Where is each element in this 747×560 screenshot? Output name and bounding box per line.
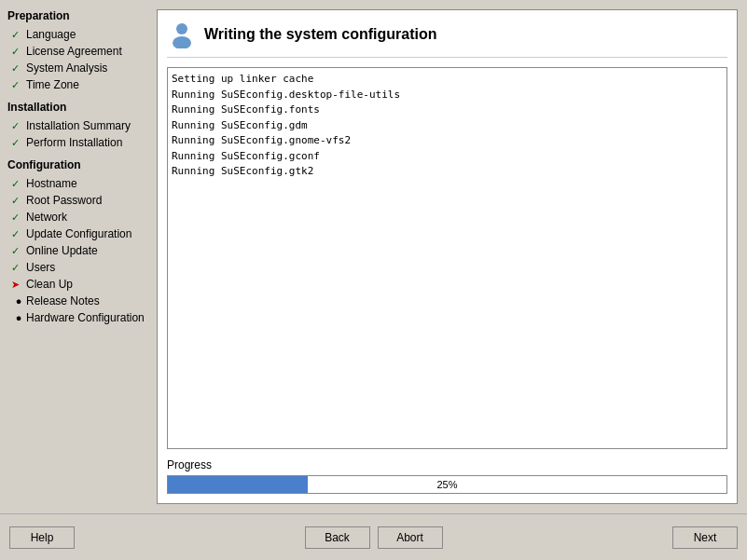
check-icon: ✓ [11,262,26,274]
progress-text: 25% [436,479,457,490]
user-icon [167,20,197,49]
sidebar-item[interactable]: ✓Online Update [7,242,149,259]
sidebar-item-label: Update Configuration [26,227,149,240]
log-area: Setting up linker cacheRunning SuSEconfi… [167,67,727,449]
log-line: Running SuSEconfig.gnome-vfs2 [172,133,723,149]
log-line: Running SuSEconfig.fonts [172,102,723,118]
svg-point-1 [173,36,191,48]
check-icon: ✓ [11,195,26,207]
sidebar-item-label: Installation Summary [26,119,149,132]
sidebar-item-label: Root Password [26,194,149,207]
sidebar-item-label: Time Zone [26,78,149,91]
sidebar-item[interactable]: ✓License Agreement [7,43,149,60]
sidebar-section-title: Configuration [7,158,149,171]
check-icon: ✓ [11,29,26,41]
sidebar-item[interactable]: ✓Perform Installation [7,134,149,151]
check-icon: ✓ [11,245,26,257]
sidebar-item-label: Perform Installation [26,136,149,149]
sidebar-item-label: License Agreement [26,45,149,58]
check-icon: ✓ [11,212,26,224]
sidebar-item-label: Clean Up [26,278,149,291]
sidebar: Preparation✓Language✓License Agreement✓S… [0,0,157,513]
check-icon: ✓ [11,120,26,132]
help-button[interactable]: Help [9,526,75,549]
sidebar-item-label: Users [26,261,149,274]
sidebar-item-label: Hostname [26,177,149,190]
sidebar-section-title: Installation [7,101,149,114]
progress-bar-fill [168,476,308,493]
progress-label: Progress [167,458,727,471]
dot-icon: ● [11,295,26,307]
sidebar-section-title: Preparation [7,9,149,22]
check-icon: ✓ [11,46,26,58]
log-line: Running SuSEconfig.desktop-file-utils [172,88,723,103]
sidebar-item[interactable]: ✓Users [7,259,149,276]
sidebar-item-label: Online Update [26,244,149,257]
log-line: Setting up linker cache [172,72,723,88]
sidebar-item[interactable]: ✓Hostname [7,175,149,192]
sidebar-item[interactable]: ✓Language [7,26,149,43]
check-icon: ✓ [11,228,26,240]
content-panel: Writing the system configuration Setting… [157,9,738,504]
sidebar-item[interactable]: ➤Clean Up [7,276,149,293]
back-button[interactable]: Back [305,526,370,549]
sidebar-item-label: Network [26,211,149,224]
abort-button[interactable]: Abort [378,526,443,549]
sidebar-item-label: System Analysis [26,61,149,75]
panel-title: Writing the system configuration [204,26,437,43]
panel-header: Writing the system configuration [167,20,727,58]
sidebar-item[interactable]: ✓Installation Summary [7,117,149,134]
check-icon: ✓ [11,62,26,75]
arrow-icon: ➤ [11,279,26,291]
log-line: Running SuSEconfig.gtk2 [172,164,723,180]
sidebar-item[interactable]: ●Release Notes [7,293,149,309]
next-button[interactable]: Next [672,526,738,549]
check-icon: ✓ [11,137,26,149]
sidebar-item-label: Hardware Configuration [26,311,149,324]
sidebar-item[interactable]: ✓System Analysis [7,60,149,76]
sidebar-item[interactable]: ✓Update Configuration [7,225,149,242]
progress-section: Progress 25% [167,458,727,494]
svg-point-0 [176,23,187,34]
sidebar-item-label: Language [26,28,149,41]
sidebar-item[interactable]: ✓Time Zone [7,76,149,93]
log-line: Running SuSEconfig.gconf [172,149,723,165]
bottom-bar: Help Back Abort Next [0,513,747,560]
progress-bar-container: 25% [167,475,727,494]
sidebar-item[interactable]: ✓Network [7,209,149,225]
sidebar-item-label: Release Notes [26,294,149,307]
check-icon: ✓ [11,178,26,190]
dot-icon: ● [11,312,26,323]
check-icon: ✓ [11,79,26,91]
sidebar-item[interactable]: ●Hardware Configuration [7,309,149,326]
sidebar-item[interactable]: ✓Root Password [7,192,149,209]
content-area: Writing the system configuration Setting… [157,0,747,513]
log-line: Running SuSEconfig.gdm [172,118,723,134]
